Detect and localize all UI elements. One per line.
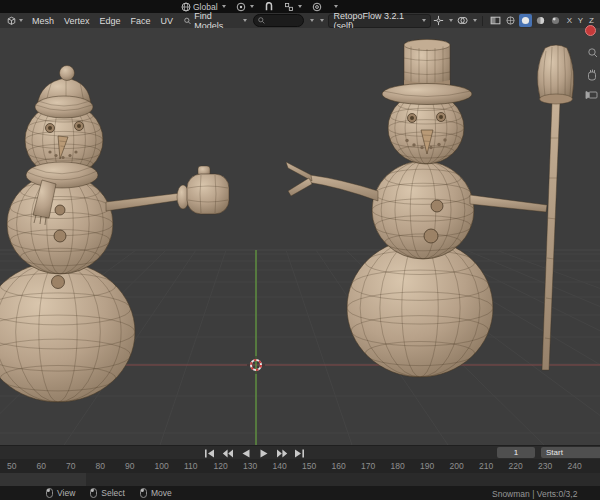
button — [54, 230, 66, 242]
current-frame-field[interactable]: 1 — [497, 447, 535, 458]
statusbar-stats: Snowman | Verts:0/3,2 — [492, 489, 577, 499]
frame-start-label: Start — [546, 448, 563, 457]
ruler-frame-number: 160 — [332, 461, 362, 471]
viewport-3d[interactable] — [0, 28, 600, 445]
chevron-down-icon — [222, 5, 226, 8]
timeline-playbar: 1 Start 1 — [0, 445, 600, 459]
statusbar-hint: View — [46, 488, 75, 498]
move-hand-icon[interactable] — [589, 70, 596, 81]
jump-to-end-button[interactable] — [293, 448, 306, 458]
mitten — [187, 174, 229, 214]
chevron-down-icon — [334, 5, 338, 8]
menu-bar: MeshVertexEdgeFaceUV — [27, 16, 178, 26]
shading-solid-button[interactable] — [519, 14, 532, 27]
statusbar-hint: Move — [140, 488, 172, 498]
model-search-input[interactable] — [253, 14, 305, 27]
shading-material-button[interactable] — [534, 14, 547, 27]
solid-sphere-icon — [521, 16, 530, 25]
xray-toggle[interactable] — [488, 14, 502, 27]
zoom-icon[interactable] — [589, 49, 597, 57]
chevron-down-icon[interactable] — [449, 19, 453, 22]
timeline-strip — [0, 473, 600, 486]
show-overlays-toggle[interactable] — [455, 14, 469, 27]
editor-type-button[interactable] — [0, 15, 27, 26]
nav-gizmo-axis-ball[interactable] — [585, 25, 596, 36]
snowman-left-body-middle[interactable] — [7, 174, 113, 274]
button — [55, 205, 65, 215]
chevron-down-icon — [250, 5, 254, 8]
xray-icon — [490, 15, 501, 26]
ruler-frame-number: 220 — [509, 461, 539, 471]
ruler-frame-number: 140 — [273, 461, 303, 471]
menu-item[interactable]: Face — [126, 16, 156, 26]
play-reverse-button[interactable] — [239, 448, 252, 458]
divider — [482, 16, 483, 26]
next-keyframe-button[interactable] — [275, 448, 288, 458]
dropdown-button[interactable] — [310, 19, 314, 22]
gizmo-axis-label[interactable]: Z — [586, 16, 597, 25]
ruler-frame-number: 240 — [568, 461, 598, 471]
ruler-frame-number: 200 — [450, 461, 480, 471]
jump-to-start-button[interactable] — [203, 448, 216, 458]
chevron-down-icon[interactable] — [473, 19, 477, 22]
ruler-frame-number: 170 — [361, 461, 391, 471]
material-sphere-icon — [536, 16, 545, 25]
button — [431, 200, 443, 212]
button — [52, 276, 65, 289]
snowman-right[interactable] — [286, 40, 574, 378]
statusbar-hint-label: View — [57, 488, 75, 498]
menu-item[interactable]: UV — [156, 16, 179, 26]
broom-handle — [542, 102, 560, 370]
ruler-frame-number: 60 — [37, 461, 67, 471]
gizmo-icon — [433, 15, 444, 26]
snowman-left[interactable] — [0, 66, 229, 403]
shading-rendered-button[interactable] — [549, 14, 562, 27]
dropdown-button[interactable] — [320, 19, 324, 22]
gizmo-axis-label[interactable]: X — [564, 16, 575, 25]
search-icon — [184, 17, 191, 25]
statusbar-hint: Select — [90, 488, 125, 498]
chevron-down-icon — [422, 19, 426, 22]
editmode-cube-icon — [6, 15, 17, 26]
show-gizmo-toggle[interactable] — [431, 14, 445, 27]
chevron-down-icon — [19, 19, 23, 22]
mouse-icon — [140, 488, 147, 498]
overlays-icon — [457, 15, 468, 26]
ruler-frame-number: 90 — [125, 461, 155, 471]
snowman-right-arm-left — [286, 162, 378, 201]
ruler-frame-number: 180 — [391, 461, 421, 471]
play-button[interactable] — [257, 448, 270, 458]
retopoflow-version-dropdown[interactable]: RetopoFlow 3.2.1 (self) — [328, 14, 431, 28]
snowman-right-body-middle[interactable] — [372, 161, 474, 259]
snowman-left-hat — [35, 66, 93, 119]
snowman-left-body-bottom[interactable] — [0, 262, 135, 402]
menu-item[interactable]: Mesh — [27, 16, 59, 26]
pompom — [60, 66, 75, 81]
menu-item[interactable]: Vertex — [59, 16, 95, 26]
button — [424, 229, 438, 243]
timeline-corner-block — [0, 473, 86, 486]
timeline-ruler[interactable]: 5060708090100110120130140150160170180190… — [0, 459, 600, 473]
ruler-frame-number: 130 — [243, 461, 273, 471]
shading-wireframe-button[interactable] — [504, 14, 517, 27]
gizmo-axis-label[interactable]: Y — [575, 16, 586, 25]
menu-item[interactable]: Edge — [95, 16, 126, 26]
previous-keyframe-button[interactable] — [221, 448, 234, 458]
viewport-header: MeshVertexEdgeFaceUV Find Models RetopoF… — [0, 13, 600, 28]
snowman-right-top-hat — [382, 40, 472, 105]
snowman-right-arm-right — [470, 195, 547, 212]
ruler-frame-number: 120 — [214, 461, 244, 471]
frame-start-field[interactable]: Start 1 — [541, 447, 600, 458]
ruler-frame-number: 230 — [538, 461, 568, 471]
ruler-frame-number: 50 — [7, 461, 37, 471]
ruler-frame-number: 70 — [66, 461, 96, 471]
snowman-right-body-bottom[interactable] — [347, 239, 493, 377]
camera-icon[interactable] — [586, 92, 597, 99]
broom-bristles — [537, 45, 573, 102]
nav-gizmo-axis-labels: XYZ — [564, 16, 597, 25]
chevron-down-icon — [243, 19, 247, 22]
chevron-down-icon — [298, 5, 302, 8]
broom-binding — [540, 94, 573, 104]
ruler-frame-number: 100 — [155, 461, 185, 471]
ruler-frame-number: 80 — [96, 461, 126, 471]
